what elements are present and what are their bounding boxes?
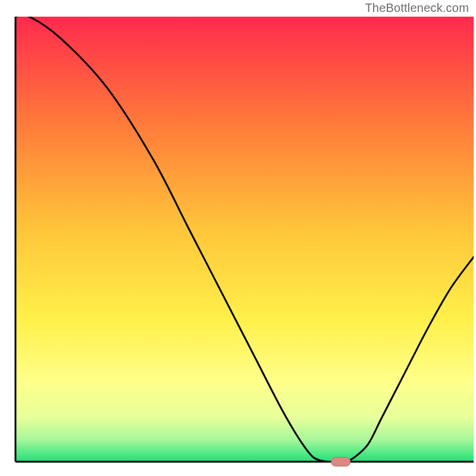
bottleneck-chart xyxy=(0,0,476,476)
plot-gradient-background xyxy=(15,17,474,462)
optimal-point-marker xyxy=(331,458,350,466)
chart-container: TheBottleneck.com xyxy=(0,0,476,476)
watermark-label: TheBottleneck.com xyxy=(365,1,469,15)
